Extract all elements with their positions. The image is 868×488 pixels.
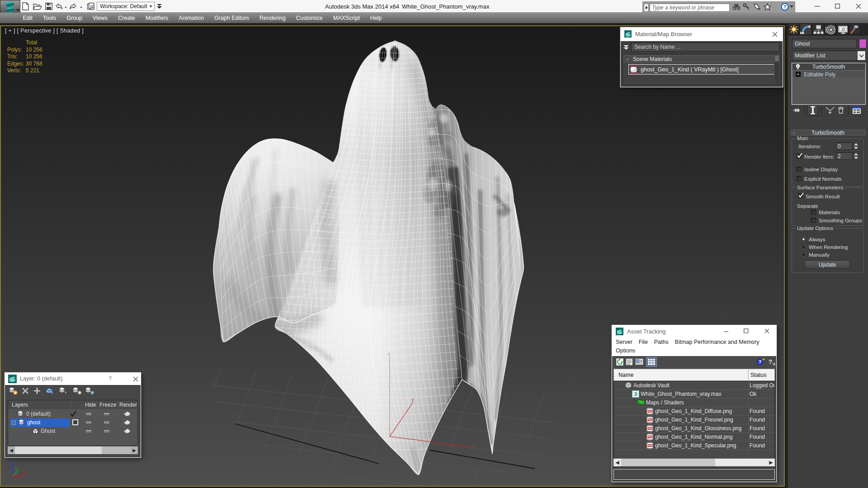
svg-text:3: 3 [634, 391, 637, 397]
svg-text:?: ? [759, 360, 761, 365]
svg-text:z: z [10, 459, 13, 465]
svg-text:PNG: PNG [647, 436, 653, 438]
svg-text:z: z [388, 351, 391, 357]
svg-text:y: y [411, 397, 414, 402]
svg-text:PNG: PNG [647, 444, 653, 447]
svg-text:?: ? [783, 4, 787, 9]
svg-text:x: x [24, 470, 26, 475]
svg-text:PNG: PNG [647, 418, 653, 421]
svg-text:y: y [15, 465, 18, 471]
svg-text:PNG: PNG [647, 410, 653, 413]
svg-text:x: x [472, 444, 475, 449]
svg-text:?: ? [769, 358, 772, 365]
svg-text:PNG: PNG [647, 427, 653, 430]
